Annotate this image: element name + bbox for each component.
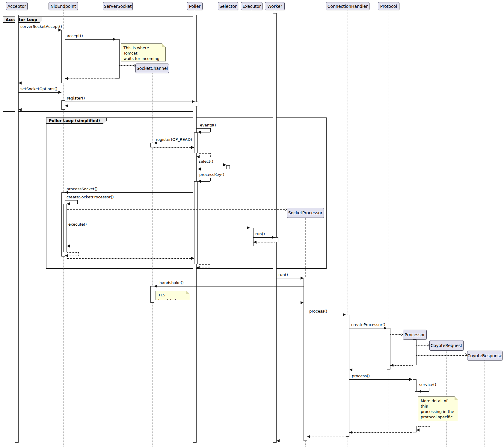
arrowhead (349, 368, 352, 371)
note-line: This is where Tomcat (123, 45, 163, 56)
note: TLS handshake (156, 291, 190, 300)
activation-socketchannel (150, 286, 154, 303)
activation-processor (413, 340, 417, 365)
activation-serversocket (116, 39, 120, 79)
message-line (65, 39, 116, 40)
self-return-side (210, 153, 211, 157)
arrowhead (198, 131, 201, 134)
participant-protocol: Protocol (378, 2, 399, 10)
self-message-side (77, 200, 78, 204)
note-fold-corner (186, 291, 190, 294)
note-line: processing in the (421, 409, 455, 414)
message-line (67, 258, 194, 259)
message-line (277, 441, 304, 441)
arrowhead (390, 364, 393, 367)
open-arrowhead (426, 343, 430, 347)
arrowhead (277, 439, 280, 442)
arrowhead (301, 301, 304, 304)
participant-executor: Executor (241, 2, 262, 10)
self-return-top (418, 426, 430, 427)
message-label: createSocketProcessor() (67, 195, 114, 200)
message-line (198, 169, 226, 169)
message-label: process() (352, 374, 370, 378)
message-label: process() (309, 309, 327, 314)
activation-selector (226, 165, 230, 169)
arrowhead (67, 245, 70, 248)
note: This is where Tomcatwaits for incomingco… (121, 43, 166, 61)
message-line (67, 228, 250, 228)
message-label: service() (419, 382, 436, 387)
self-return-side (430, 426, 430, 430)
arrowhead (197, 266, 200, 269)
arrowhead (65, 104, 68, 107)
participant-worker: Worker (265, 2, 285, 10)
arrowhead (65, 77, 68, 80)
message-line (19, 92, 61, 93)
participant-selector: Selector (218, 2, 238, 10)
self-message-side (210, 128, 211, 132)
message-line (19, 110, 61, 110)
message-line (154, 303, 304, 303)
message-line (349, 328, 387, 328)
participant-serversocket: ServerSocket (103, 2, 133, 10)
message-label: processSocket() (67, 187, 98, 191)
message-label: select() (199, 159, 213, 164)
arrowhead (191, 146, 194, 149)
message-line (154, 286, 304, 286)
message-line (65, 106, 195, 106)
message-line (307, 437, 346, 437)
activation-socketchannel (150, 143, 154, 147)
message-line (67, 209, 287, 210)
arrowhead (409, 378, 412, 381)
activation-poller (195, 102, 198, 106)
arrowhead (191, 257, 194, 260)
arrowhead (197, 155, 200, 158)
activation-nioendpoint (61, 100, 65, 110)
created-object-socketchannel: SocketChannel (135, 64, 169, 73)
arrowhead (65, 254, 68, 257)
self-return-side (79, 252, 79, 256)
activation-processor (415, 391, 418, 426)
message-line (390, 365, 413, 366)
lifeline-protocol (389, 10, 389, 447)
open-arrowhead (399, 332, 403, 336)
arrowhead (349, 431, 352, 434)
self-return-top (198, 153, 210, 154)
message-line (154, 143, 194, 143)
frame-title: Poller Loop (simplified) (49, 118, 100, 123)
message-line (349, 379, 412, 380)
frame-tab: Poller Loop (simplified) (46, 117, 107, 124)
arrowhead (272, 236, 275, 239)
activation-connectionhandler (346, 315, 349, 437)
message-line (19, 83, 61, 83)
message-label: handshake() (159, 280, 184, 285)
arrowhead (19, 82, 22, 85)
frame-tab: Acceptor Loop (3, 16, 42, 23)
arrowhead (417, 429, 420, 432)
note-line: More detail of this (421, 398, 455, 409)
message-label: run() (278, 272, 288, 277)
note-line: diagrams (421, 420, 455, 425)
message-line (65, 79, 116, 79)
note: More detail of thisprocessing in theprot… (418, 396, 458, 421)
activation-acceptor (15, 15, 19, 443)
open-arrowhead (464, 353, 467, 357)
activation-poller (194, 132, 198, 153)
message-line (154, 147, 194, 148)
arrowhead (198, 168, 201, 171)
activation-socketprocessor (304, 278, 307, 441)
lifeline-coyoteresponse (485, 360, 485, 447)
arrowhead (247, 226, 250, 229)
message-line (65, 192, 193, 193)
self-message-top (197, 128, 210, 129)
created-object-coyoterequest: CoyoteRequest (429, 340, 464, 351)
arrowhead (198, 180, 201, 183)
lifeline-selector (228, 10, 228, 447)
message-label: accept() (67, 34, 83, 38)
arrowhead (19, 108, 22, 111)
self-message-top (417, 388, 429, 388)
message-line (65, 102, 195, 102)
self-message-side (429, 388, 429, 391)
arrowhead (253, 241, 256, 244)
message-label: register() (67, 96, 85, 101)
